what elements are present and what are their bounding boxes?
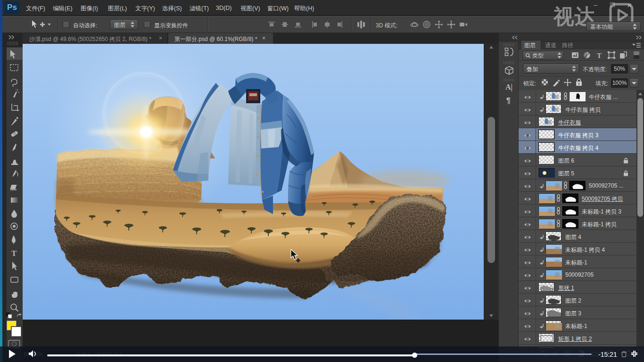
svg-text:T: T [597,52,602,59]
svg-text:T: T [11,249,17,258]
